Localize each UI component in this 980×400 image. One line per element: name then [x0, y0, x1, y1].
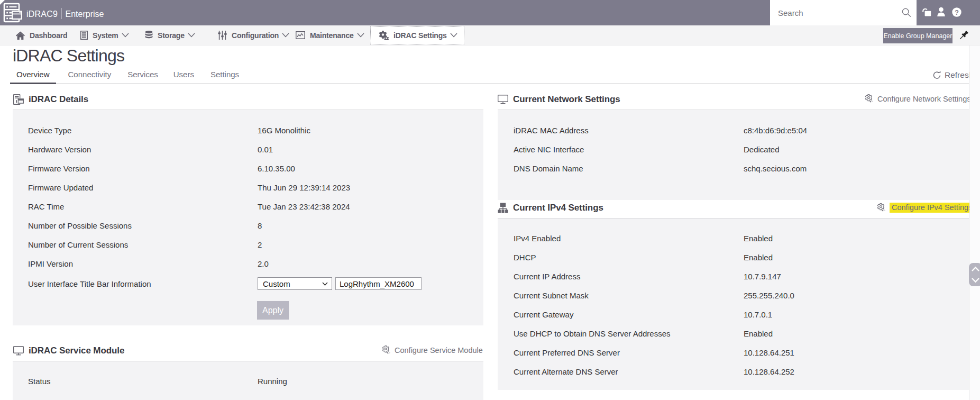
svg-text:?: ? — [955, 9, 959, 16]
